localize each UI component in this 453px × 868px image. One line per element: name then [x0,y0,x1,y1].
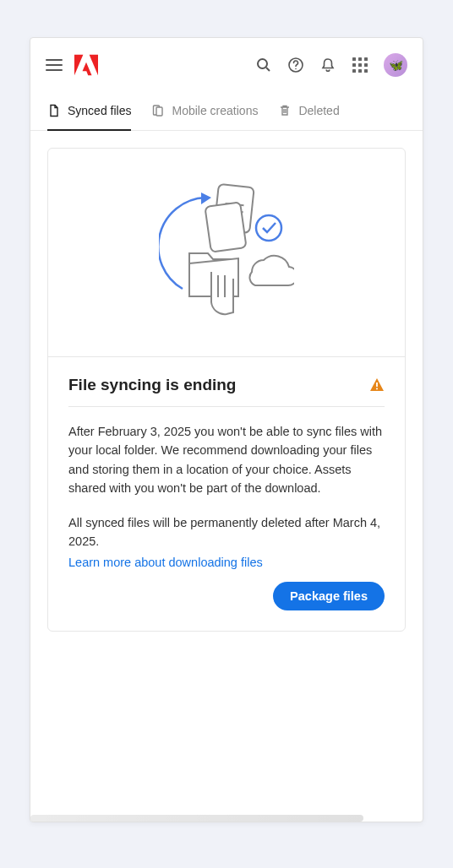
menu-icon[interactable] [46,57,63,73]
tab-label: Mobile creations [172,104,258,117]
mobile-icon [151,104,165,117]
svg-rect-5 [156,107,162,116]
bell-icon[interactable] [319,57,336,73]
help-icon[interactable] [287,57,304,73]
trash-icon [278,104,292,117]
tab-synced-files[interactable]: Synced files [47,92,131,131]
scrollbar[interactable] [30,815,363,822]
warning-icon [369,377,385,393]
svg-rect-16 [376,382,378,387]
tab-deleted[interactable]: Deleted [278,92,339,131]
sync-illustration-icon [159,179,294,323]
card-header: File syncing is ending [68,376,385,407]
header [30,38,423,92]
svg-point-0 [258,59,267,68]
card-illustration [48,149,405,357]
svg-rect-17 [376,388,378,390]
card-body: File syncing is ending After February 3,… [48,357,405,631]
tab-label: Synced files [68,104,131,117]
search-icon[interactable] [255,57,272,73]
apps-grid-icon[interactable] [352,57,368,73]
file-icon [47,104,61,117]
svg-marker-8 [201,193,211,204]
svg-point-13 [256,215,281,241]
tab-mobile-creations[interactable]: Mobile creations [151,92,258,131]
notice-card: File syncing is ending After February 3,… [47,148,406,632]
avatar[interactable] [384,53,407,77]
svg-line-1 [266,68,270,71]
header-right [255,53,407,77]
card-paragraph-1: After February 3, 2025 you won't be able… [68,422,385,498]
app-container: Synced files Mobile creations Deleted [30,37,423,822]
card-title: File syncing is ending [68,376,236,394]
learn-more-link[interactable]: Learn more about downloading files [68,556,263,569]
tab-label: Deleted [298,104,339,117]
adobe-logo-icon[interactable] [74,54,98,76]
header-left [46,54,98,76]
svg-point-3 [295,68,297,70]
tabs: Synced files Mobile creations Deleted [30,92,423,131]
card-footer: Package files [68,582,385,610]
card-paragraph-2: All synced files will be permanently del… [68,513,385,551]
svg-rect-12 [205,202,246,252]
content: File syncing is ending After February 3,… [30,131,423,648]
package-files-button[interactable]: Package files [273,582,385,610]
